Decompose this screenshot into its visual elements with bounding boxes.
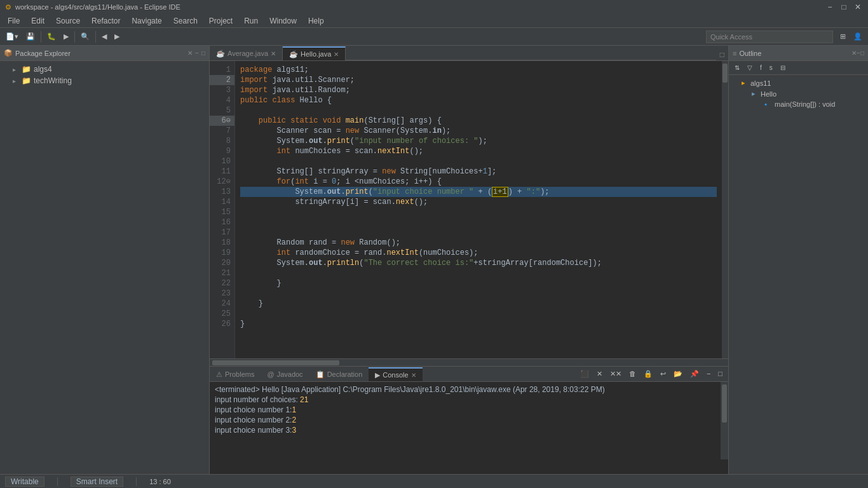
tab-javadoc[interactable]: @ Javadoc (261, 367, 309, 381)
outline-toolbar: ⇅ ▽ f s ⊟ (729, 61, 868, 75)
main-layout: 📦 Package Explorer ✕ − □ ▸ 📁 algs4 ▸ 📁 t… (0, 46, 868, 474)
tab-problems[interactable]: ⚠ Problems (210, 367, 261, 381)
close-outline-button[interactable]: ✕ (851, 50, 857, 57)
maximize-outline-button[interactable]: □ (860, 50, 864, 57)
run-button[interactable]: ▶ (60, 30, 72, 43)
outline-item-algs11[interactable]: ▸ algs11 (729, 78, 868, 88)
debug-button[interactable]: 🐛 (44, 30, 59, 43)
maximize-panel-button[interactable]: □ (201, 50, 205, 57)
remove-launch-button[interactable]: ✕✕ (607, 368, 625, 380)
menu-project[interactable]: Project (204, 15, 238, 27)
maximize-console-button[interactable]: □ (715, 368, 726, 379)
code-line-7: Scanner scan = new Scanner(System.in); (240, 126, 717, 136)
vscroll-thumb[interactable] (722, 64, 728, 83)
word-wrap-button[interactable]: ↩ (657, 368, 669, 380)
outline-item-main[interactable]: 🔹 main(String[]) : void (729, 99, 868, 109)
separator-3 (95, 31, 96, 43)
menu-refactor[interactable]: Refactor (86, 15, 125, 27)
console-icon: ▶ (375, 371, 380, 379)
menu-run[interactable]: Run (239, 15, 263, 27)
outline-sort-button[interactable]: ⇅ (731, 62, 743, 73)
outline-hide-fields-button[interactable]: f (757, 62, 765, 73)
code-line-19: int randomChoice = rand.nextInt(numChoic… (240, 248, 717, 258)
tree-item-algs4[interactable]: ▸ 📁 algs4 (0, 64, 209, 75)
tree-item-techwriting[interactable]: ▸ 📁 techWriting (0, 75, 209, 86)
console-vscrollbar[interactable] (721, 382, 728, 459)
menu-navigate[interactable]: Navigate (126, 15, 166, 27)
console-output[interactable]: <terminated> Hello [Java Application] C:… (210, 382, 721, 459)
close-tab-hello[interactable]: ✕ (334, 51, 339, 58)
pin-console-button[interactable]: 📌 (687, 368, 702, 380)
forward-button[interactable]: ▶ (111, 30, 123, 43)
close-console-tab[interactable]: ✕ (411, 372, 416, 379)
outline-panel: ≡ Outline ✕ − □ ⇅ ▽ f s ⊟ ▸ algs11 ▸ Hel… (728, 46, 868, 474)
back-button[interactable]: ◀ (98, 30, 110, 43)
editor-max-button[interactable]: □ (716, 49, 728, 60)
arrow-techwriting: ▸ (13, 78, 19, 85)
close-button[interactable]: ✕ (853, 3, 863, 11)
code-line-18: Random rand = new Random(); (240, 238, 717, 248)
code-editor[interactable]: package algs11; import java.util.Scanner… (235, 61, 722, 358)
outline-filter-button[interactable]: ▽ (744, 62, 756, 73)
ln-9: 9 (210, 146, 234, 156)
menu-search[interactable]: Search (168, 15, 203, 27)
code-line-9: int numChoices = scan.nextInt(); (240, 146, 717, 156)
outline-item-hello[interactable]: ▸ Hello (729, 88, 868, 99)
terminate-button[interactable]: ⬛ (577, 368, 592, 380)
code-line-11: String[] stringArray = new String[numCho… (240, 166, 717, 177)
quick-access-label: Quick Access (710, 33, 752, 41)
tab-hello-java[interactable]: ☕ Hello.java ✕ (283, 46, 346, 60)
new-button[interactable]: 📄▾ (3, 30, 22, 43)
outline-collapse-button[interactable]: ⊟ (777, 62, 789, 73)
editor-vscrollbar[interactable] (722, 61, 728, 358)
editor-hscrollbar[interactable] (210, 358, 728, 366)
bottom-toolbar: ⬛ ✕ ✕✕ 🗑 🔒 ↩ 📂 📌 − □ (574, 366, 728, 381)
code-line-15 (240, 207, 717, 217)
status-sep-1 (57, 477, 58, 486)
tab-declaration[interactable]: 📋 Declaration (309, 367, 369, 381)
vscroll-end (722, 352, 728, 358)
menu-file[interactable]: File (3, 15, 25, 27)
minimize-panel-button[interactable]: − (195, 50, 199, 57)
code-line-12: for(int i = 0; i <numChoices; i++) { (240, 177, 717, 187)
open-console-button[interactable]: 📂 (670, 368, 686, 380)
profile-button[interactable]: 👤 (850, 30, 865, 43)
disconnect-button[interactable]: ✕ (593, 368, 606, 380)
menu-edit[interactable]: Edit (26, 15, 50, 27)
tab-console[interactable]: ▶ Console ✕ (369, 367, 422, 381)
minimize-console-button[interactable]: − (703, 368, 714, 379)
center-area: ☕ Average.java ✕ ☕ Hello.java ✕ □ 1 2 (210, 46, 728, 474)
code-line-2: import java.util.Scanner; (240, 75, 717, 85)
ln-23: 23 (210, 288, 234, 299)
search-button[interactable]: 🔍 (78, 30, 93, 43)
menu-help[interactable]: Help (303, 15, 329, 27)
quick-access-box[interactable]: Quick Access (706, 30, 833, 43)
hscroll-thumb[interactable] (212, 360, 339, 365)
javadoc-icon: @ (267, 370, 274, 378)
perspective-button[interactable]: ⊞ (837, 30, 849, 43)
tab-label-average: Average.java (227, 50, 268, 57)
code-line-8: System.out.print("input number of choice… (240, 136, 717, 146)
ln-16: 16 (210, 217, 234, 227)
maximize-button[interactable]: □ (839, 3, 849, 11)
close-panel-button[interactable]: ✕ (187, 50, 193, 57)
close-tab-average[interactable]: ✕ (271, 50, 276, 57)
code-line-16 (240, 217, 717, 227)
save-button[interactable]: 💾 (23, 30, 38, 43)
minimize-button[interactable]: − (825, 3, 835, 11)
console-scroll-thumb[interactable] (722, 384, 727, 423)
bottom-panel: ⚠ Problems @ Javadoc 📋 Declaration ▶ Con… (210, 366, 728, 474)
tab-average-java[interactable]: ☕ Average.java ✕ (210, 46, 283, 60)
ln-1: 1 (210, 65, 234, 75)
scroll-lock-button[interactable]: 🔒 (641, 368, 656, 380)
status-sep-2 (136, 477, 137, 486)
ln-12: 12⊖ (210, 177, 234, 187)
writable-label: Writable (11, 477, 39, 486)
ln-19: 19 (210, 248, 234, 258)
terminated-text: <terminated> Hello [Java Application] C:… (215, 385, 605, 394)
outline-hide-static-button[interactable]: s (766, 62, 776, 73)
clear-button[interactable]: 🗑 (626, 368, 639, 379)
menu-window[interactable]: Window (264, 15, 302, 27)
menu-source[interactable]: Source (51, 15, 85, 27)
outline-pkg-icon: ▸ (742, 79, 745, 87)
